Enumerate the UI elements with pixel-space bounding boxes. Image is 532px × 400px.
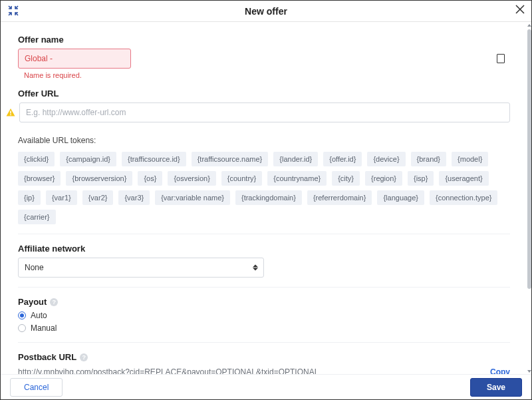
url-token[interactable]: {clickid} — [18, 152, 55, 166]
radio-icon — [18, 311, 26, 319]
postback-label: Postback URL ? — [18, 352, 510, 362]
svg-rect-3 — [10, 111, 11, 114]
url-token[interactable]: {browserversion} — [66, 171, 132, 186]
payout-radio-auto[interactable]: Auto — [18, 311, 510, 320]
collapse-icon[interactable] — [7, 5, 19, 17]
url-token[interactable]: {connection.type} — [430, 190, 497, 205]
payout-label: Payout ? — [18, 297, 510, 307]
url-token[interactable]: {trafficsource.id} — [122, 152, 186, 166]
url-token[interactable]: {carrier} — [18, 210, 56, 224]
url-token[interactable]: {device} — [367, 152, 405, 166]
radio-label: Auto — [31, 311, 47, 320]
url-token[interactable]: {var:variable name} — [155, 190, 230, 205]
save-button[interactable]: Save — [470, 378, 522, 397]
url-token[interactable]: {region} — [365, 171, 402, 186]
url-token[interactable]: {language} — [377, 190, 424, 205]
help-icon[interactable]: ? — [80, 353, 88, 361]
scrollbar[interactable] — [527, 23, 531, 374]
scroll-area: Offer name Name is required. Offer URL A… — [1, 23, 527, 374]
url-token[interactable]: {browser} — [18, 171, 61, 186]
help-icon[interactable]: ? — [50, 298, 58, 306]
affiliate-select[interactable]: None — [18, 258, 264, 278]
tokens-caption: Available URL tokens: — [18, 136, 510, 145]
postback-row: http://v.mnbvjhg.com/postback?cid=REPLAC… — [18, 367, 510, 374]
url-token[interactable]: {offer.id} — [323, 152, 362, 166]
modal-footer: Cancel Save — [1, 374, 531, 399]
payout-label-text: Payout — [18, 297, 47, 307]
close-icon[interactable] — [515, 5, 525, 14]
select-arrows-icon — [253, 265, 258, 271]
url-token[interactable]: {trackingdomain} — [235, 190, 302, 205]
cancel-button[interactable]: Cancel — [10, 378, 63, 397]
radio-icon — [18, 324, 26, 332]
modal-title: New offer — [245, 6, 287, 17]
url-token[interactable]: {os} — [138, 171, 162, 186]
url-token[interactable]: {lander.id} — [273, 152, 318, 166]
warning-icon — [6, 108, 15, 117]
svg-rect-4 — [10, 114, 11, 116]
url-token[interactable]: {isp} — [408, 171, 434, 186]
divider — [18, 342, 510, 343]
url-token[interactable]: {city} — [332, 171, 360, 186]
divider — [18, 287, 510, 288]
offer-url-input[interactable] — [19, 102, 510, 122]
form-content: Offer name Name is required. Offer URL A… — [1, 23, 527, 374]
offer-name-error: Name is required. — [24, 71, 510, 79]
offer-name-label: Offer name — [18, 35, 510, 45]
url-token[interactable]: {model} — [452, 152, 488, 166]
modal-header: New offer — [1, 1, 531, 22]
divider — [18, 234, 510, 234]
url-token[interactable]: {var2} — [82, 190, 114, 205]
postback-url-text: http://v.mnbvjhg.com/postback?cid=REPLAC… — [18, 367, 319, 374]
affiliate-selected: None — [25, 263, 44, 272]
input-suffix-icon[interactable] — [497, 54, 505, 63]
payout-radio-manual[interactable]: Manual — [18, 323, 510, 333]
tokens-list: {clickid}{campaign.id}{trafficsource.id}… — [18, 152, 510, 224]
url-token[interactable]: {countryname} — [267, 171, 327, 186]
affiliate-label: Affiliate network — [18, 244, 510, 254]
url-token[interactable]: {var3} — [118, 190, 150, 205]
offer-url-label: Offer URL — [18, 89, 510, 99]
radio-label: Manual — [31, 323, 57, 333]
postback-label-text: Postback URL — [18, 352, 76, 362]
url-token[interactable]: {ip} — [18, 190, 41, 205]
url-token[interactable]: {osversion} — [168, 171, 215, 186]
scroll-down-icon[interactable] — [527, 369, 531, 374]
offer-url-row — [18, 102, 510, 122]
copy-button[interactable]: Copy — [490, 367, 510, 374]
url-token[interactable]: {campaign.id} — [60, 152, 116, 166]
url-token[interactable]: {country} — [221, 171, 262, 186]
url-token[interactable]: {var1} — [46, 190, 77, 205]
offer-name-input[interactable] — [18, 49, 131, 69]
offer-name-row — [18, 49, 510, 69]
url-token[interactable]: {brand} — [411, 152, 446, 166]
payout-radio-group: Auto Manual — [18, 311, 510, 333]
scroll-up-icon[interactable] — [527, 23, 531, 28]
scrollbar-thumb[interactable] — [527, 29, 531, 289]
url-token[interactable]: {referrerdomain} — [307, 190, 372, 205]
url-token[interactable]: {trafficsource.name} — [192, 152, 269, 166]
url-token[interactable]: {useragent} — [439, 171, 488, 186]
